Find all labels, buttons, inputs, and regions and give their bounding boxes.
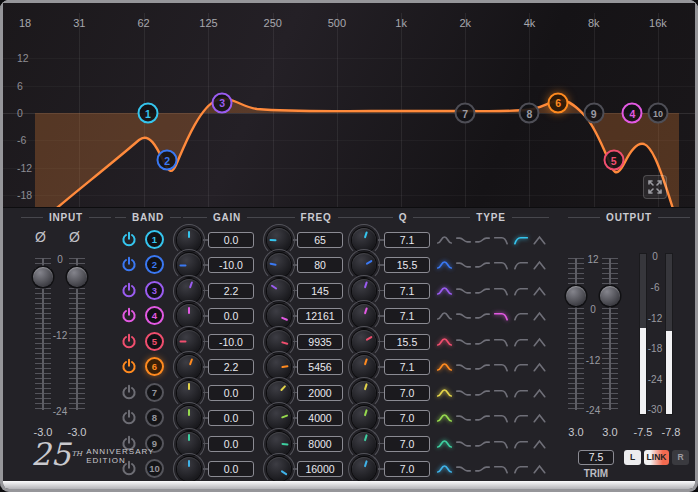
type-notch-icon[interactable] <box>532 438 547 450</box>
gain-value[interactable]: 2.2 <box>208 359 254 375</box>
eq-band-handle[interactable]: 4 <box>622 103 643 124</box>
freq-knob[interactable] <box>267 355 291 379</box>
q-knob[interactable] <box>352 228 376 252</box>
freq-knob[interactable] <box>267 432 291 456</box>
eq-band-handle[interactable]: 1 <box>137 103 158 124</box>
band-power-button[interactable] <box>120 409 138 427</box>
freq-knob[interactable] <box>267 330 291 354</box>
type-notch-icon[interactable] <box>532 310 547 322</box>
band-number-chip[interactable]: 8 <box>145 408 164 427</box>
band-power-button[interactable] <box>120 282 138 300</box>
type-high-cut-icon[interactable] <box>494 387 509 399</box>
q-value[interactable]: 7.0 <box>384 410 430 426</box>
gain-value[interactable]: 0.0 <box>208 308 254 324</box>
type-bell-icon[interactable] <box>437 336 452 348</box>
gain-value[interactable]: 2.2 <box>208 283 254 299</box>
type-shelf-up-icon[interactable] <box>475 285 490 297</box>
q-knob[interactable] <box>352 381 376 405</box>
gain-knob[interactable] <box>177 457 201 481</box>
gain-knob[interactable] <box>177 228 201 252</box>
gain-knob[interactable] <box>177 253 201 277</box>
freq-knob[interactable] <box>267 406 291 430</box>
q-value[interactable]: 7.1 <box>384 283 430 299</box>
band-number-chip[interactable]: 2 <box>145 255 164 274</box>
gain-value[interactable]: 0.0 <box>208 232 254 248</box>
freq-knob[interactable] <box>267 457 291 481</box>
gain-knob[interactable] <box>177 279 201 303</box>
type-bell-icon[interactable] <box>437 234 452 246</box>
type-notch-icon[interactable] <box>532 234 547 246</box>
type-low-cut-icon[interactable] <box>513 361 528 373</box>
type-notch-icon[interactable] <box>532 259 547 271</box>
type-notch-icon[interactable] <box>532 412 547 424</box>
q-value[interactable]: 7.0 <box>384 461 430 477</box>
q-value[interactable]: 15.5 <box>384 334 430 350</box>
q-value[interactable]: 7.1 <box>384 232 430 248</box>
type-high-cut-icon[interactable] <box>494 336 509 348</box>
type-high-cut-icon[interactable] <box>494 412 509 424</box>
gain-knob[interactable] <box>177 355 201 379</box>
expand-display-button[interactable] <box>643 175 667 199</box>
gain-value[interactable]: 0.0 <box>208 385 254 401</box>
freq-value[interactable]: 2000 <box>297 385 343 401</box>
eq-band-handle[interactable]: 9 <box>583 103 604 124</box>
band-power-button[interactable] <box>120 256 138 274</box>
eq-band-handle[interactable]: 2 <box>157 150 178 171</box>
type-notch-icon[interactable] <box>532 463 547 475</box>
type-shelf-up-icon[interactable] <box>475 463 490 475</box>
type-bell-icon[interactable] <box>437 361 452 373</box>
type-high-cut-icon[interactable] <box>494 234 509 246</box>
band-power-button[interactable] <box>120 384 138 402</box>
trim-value[interactable]: 7.5 <box>578 450 614 465</box>
freq-value[interactable]: 145 <box>297 283 343 299</box>
type-shelf-up-icon[interactable] <box>475 361 490 373</box>
type-notch-icon[interactable] <box>532 361 547 373</box>
gain-knob[interactable] <box>177 432 201 456</box>
freq-value[interactable]: 4000 <box>297 410 343 426</box>
freq-knob[interactable] <box>267 253 291 277</box>
q-value[interactable]: 7.1 <box>384 359 430 375</box>
eq-band-handle[interactable]: 6 <box>548 92 569 113</box>
freq-value[interactable]: 16000 <box>297 461 343 477</box>
band-number-chip[interactable]: 4 <box>145 306 164 325</box>
gain-knob[interactable] <box>177 330 201 354</box>
q-knob[interactable] <box>352 330 376 354</box>
eq-band-handle[interactable]: 10 <box>647 103 668 124</box>
band-power-button[interactable] <box>120 333 138 351</box>
type-notch-icon[interactable] <box>532 285 547 297</box>
q-knob[interactable] <box>352 432 376 456</box>
type-shelf-down-icon[interactable] <box>456 463 471 475</box>
type-low-cut-icon[interactable] <box>513 259 528 271</box>
type-shelf-down-icon[interactable] <box>456 438 471 450</box>
type-high-cut-icon[interactable] <box>494 310 509 322</box>
type-bell-icon[interactable] <box>437 310 452 322</box>
freq-knob[interactable] <box>267 279 291 303</box>
q-knob[interactable] <box>352 406 376 430</box>
output-fader-left[interactable] <box>568 258 584 410</box>
type-high-cut-icon[interactable] <box>494 259 509 271</box>
eq-band-handle[interactable]: 7 <box>455 103 476 124</box>
output-fader-right[interactable] <box>602 258 618 410</box>
type-shelf-down-icon[interactable] <box>456 285 471 297</box>
type-shelf-down-icon[interactable] <box>456 310 471 322</box>
output-fader-left-handle[interactable] <box>566 286 586 306</box>
freq-value[interactable]: 5456 <box>297 359 343 375</box>
gain-value[interactable]: 0.0 <box>208 410 254 426</box>
eq-band-handle[interactable]: 5 <box>603 150 624 171</box>
q-knob[interactable] <box>352 355 376 379</box>
q-knob[interactable] <box>352 304 376 328</box>
type-low-cut-icon[interactable] <box>513 463 528 475</box>
eq-band-handle[interactable]: 8 <box>519 103 540 124</box>
q-knob[interactable] <box>352 253 376 277</box>
type-bell-icon[interactable] <box>437 412 452 424</box>
gain-knob[interactable] <box>177 381 201 405</box>
gain-value[interactable]: 0.0 <box>208 436 254 452</box>
type-bell-icon[interactable] <box>437 285 452 297</box>
type-shelf-down-icon[interactable] <box>456 336 471 348</box>
type-shelf-up-icon[interactable] <box>475 259 490 271</box>
type-high-cut-icon[interactable] <box>494 285 509 297</box>
band-number-chip[interactable]: 5 <box>145 332 164 351</box>
type-low-cut-icon[interactable] <box>513 285 528 297</box>
type-bell-icon[interactable] <box>437 463 452 475</box>
channel-right-button[interactable]: R <box>672 450 689 465</box>
